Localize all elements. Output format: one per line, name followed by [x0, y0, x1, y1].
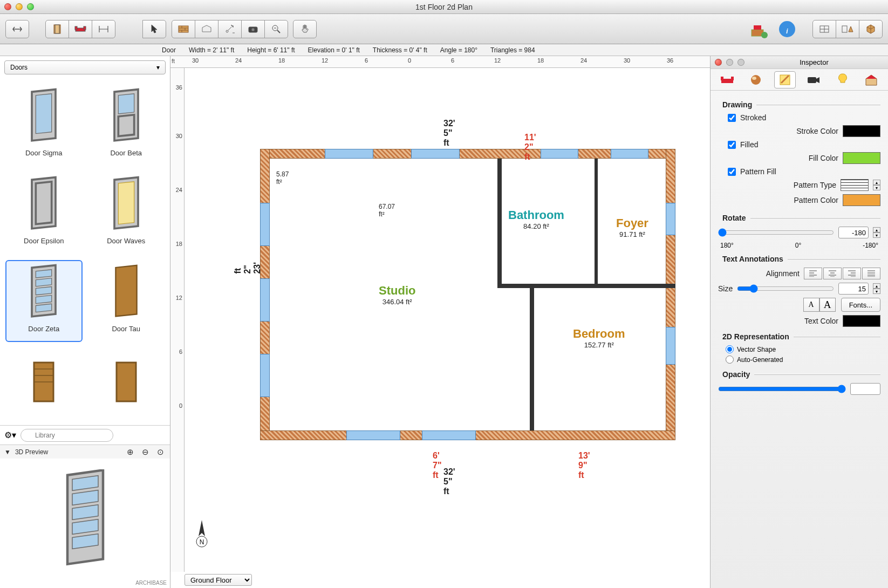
library-item[interactable]: Door Epsilon — [5, 172, 83, 255]
room-name: Bedroom — [573, 327, 625, 341]
minimize-window-icon[interactable] — [16, 3, 23, 10]
svg-rect-4 — [84, 26, 86, 30]
inspector-tab-object[interactable] — [716, 71, 738, 88]
rep-auto-radio[interactable] — [726, 355, 734, 364]
rotate-slider[interactable] — [718, 228, 834, 237]
inspector-tab-2d[interactable] — [774, 71, 796, 88]
canvas[interactable]: ft 30 24 18 12 6 0 6 12 18 24 30 36 36 3… — [170, 56, 710, 588]
svg-rect-49 — [808, 77, 816, 83]
svg-rect-45 — [731, 77, 734, 80]
zoom-in-icon[interactable]: ⊕ — [125, 447, 135, 457]
close-icon[interactable] — [715, 59, 722, 66]
dimension: 11' 2" ft — [524, 133, 536, 162]
align-justify-button[interactable] — [862, 268, 880, 279]
room-area: 346.04 ft² — [379, 298, 415, 306]
wall-tool-button[interactable] — [172, 20, 195, 38]
status-object: Door — [162, 46, 176, 54]
inspector-tab-materials[interactable] — [745, 71, 767, 88]
view-3d-button[interactable] — [859, 20, 883, 38]
view-2d-button[interactable] — [812, 20, 836, 38]
inspector-tab-building[interactable] — [860, 71, 882, 88]
text-color-well[interactable] — [843, 315, 880, 327]
fill-color-well[interactable] — [843, 152, 880, 164]
preview-3d[interactable]: ARCHIBASE — [0, 459, 170, 588]
align-center-button[interactable] — [823, 268, 842, 279]
inspector-panel: Inspector Drawing Stroked Stroke Color F… — [710, 56, 888, 588]
show-dimensions-button[interactable] — [92, 20, 115, 38]
text-size-input[interactable] — [838, 283, 869, 295]
room-tool-button[interactable] — [195, 20, 218, 38]
show-doors-button[interactable] — [45, 20, 69, 38]
library-item[interactable] — [5, 347, 83, 420]
camera-button[interactable] — [241, 20, 265, 38]
library-category-select[interactable]: Doors ▾ — [4, 60, 166, 74]
status-elevation: Elevation = 0' 1" ft — [308, 46, 360, 54]
size-step-down[interactable]: ▼ — [873, 289, 880, 294]
library-item[interactable]: Door Sigma — [5, 84, 83, 167]
opacity-slider[interactable] — [718, 385, 846, 393]
drawing-area[interactable]: 32' 5" ft 11' 2" ft 23' 2" ft 6' 7" ft 1… — [185, 68, 710, 572]
zoom-tool-button[interactable] — [264, 20, 288, 38]
zoom-out-icon[interactable]: ⊖ — [140, 447, 151, 457]
font-small-button[interactable]: A — [803, 298, 819, 312]
fonts-button[interactable]: Fonts... — [841, 298, 880, 312]
library-item[interactable]: Door Tau — [88, 260, 165, 343]
room-area: 91.71 ft² — [616, 230, 648, 238]
expand-sidebar-button[interactable] — [5, 20, 29, 38]
area-label: 5.87 ft² — [276, 170, 289, 186]
library-item[interactable]: Door Waves — [88, 172, 165, 255]
filled-checkbox[interactable] — [728, 141, 736, 149]
opacity-input[interactable] — [850, 383, 880, 395]
rep-vector-label: Vector Shape — [737, 346, 776, 353]
room-name: Bathroom — [508, 208, 564, 222]
stroke-color-well[interactable] — [843, 125, 880, 137]
svg-rect-25 — [118, 181, 134, 224]
rotate-step-down[interactable]: ▼ — [873, 233, 880, 238]
size-step-up[interactable]: ▲ — [873, 283, 880, 289]
font-large-button[interactable]: A — [819, 298, 836, 312]
library-item-label: Door Epsilon — [24, 237, 64, 245]
svg-point-8 — [251, 28, 255, 31]
svg-point-47 — [752, 77, 756, 80]
info-icon[interactable]: i — [776, 18, 798, 40]
show-furniture-button[interactable] — [69, 20, 92, 38]
pan-tool-button[interactable] — [293, 20, 317, 38]
svg-rect-27 — [36, 269, 52, 277]
chevron-down-icon: ▾ — [156, 64, 160, 71]
inspector-tab-lights[interactable] — [832, 71, 853, 88]
svg-rect-32 — [115, 265, 136, 316]
floor-select[interactable]: Ground Floor — [185, 574, 252, 586]
text-size-slider[interactable] — [737, 284, 834, 293]
pattern-step-down[interactable]: ▼ — [873, 185, 880, 190]
library-item[interactable] — [88, 347, 165, 420]
align-right-button[interactable] — [843, 268, 861, 279]
rotate-step-up[interactable]: ▲ — [873, 227, 880, 233]
inspector-tab-camera[interactable] — [803, 71, 824, 88]
view-split-button[interactable] — [836, 20, 859, 38]
pattern-step-up[interactable]: ▲ — [873, 180, 880, 185]
pattern-type-well[interactable] — [841, 179, 869, 191]
select-tool-button[interactable] — [142, 20, 166, 38]
preview-logo: ARCHIBASE — [135, 580, 167, 586]
library-item-label: Door Beta — [110, 149, 142, 157]
disclosure-icon[interactable]: ▼ — [4, 448, 11, 456]
library-item[interactable]: Door Beta — [88, 84, 165, 167]
pattern-color-well[interactable] — [843, 194, 880, 206]
pattern-color-label: Pattern Color — [794, 196, 838, 204]
tools-dropdown-button[interactable] — [218, 20, 242, 38]
rotate-input[interactable] — [838, 227, 869, 238]
zoom-window-icon[interactable] — [27, 3, 34, 10]
rep-vector-radio[interactable] — [726, 345, 734, 353]
close-window-icon[interactable] — [4, 3, 11, 10]
pattern-fill-checkbox[interactable] — [728, 168, 736, 176]
export-icon[interactable] — [748, 18, 770, 40]
stroked-checkbox[interactable] — [728, 114, 736, 122]
library-item-label: Door Sigma — [25, 149, 63, 157]
library-search-input[interactable] — [21, 429, 113, 442]
svg-rect-1 — [55, 25, 59, 33]
align-left-button[interactable] — [804, 268, 822, 279]
library-item[interactable]: Door Zeta — [5, 260, 83, 343]
preview-header: ▼ 3D Preview ⊕ ⊖ ⊙ — [0, 445, 170, 459]
gear-icon[interactable]: ⚙︎▾ — [4, 430, 16, 440]
zoom-reset-icon[interactable]: ⊙ — [155, 447, 166, 457]
